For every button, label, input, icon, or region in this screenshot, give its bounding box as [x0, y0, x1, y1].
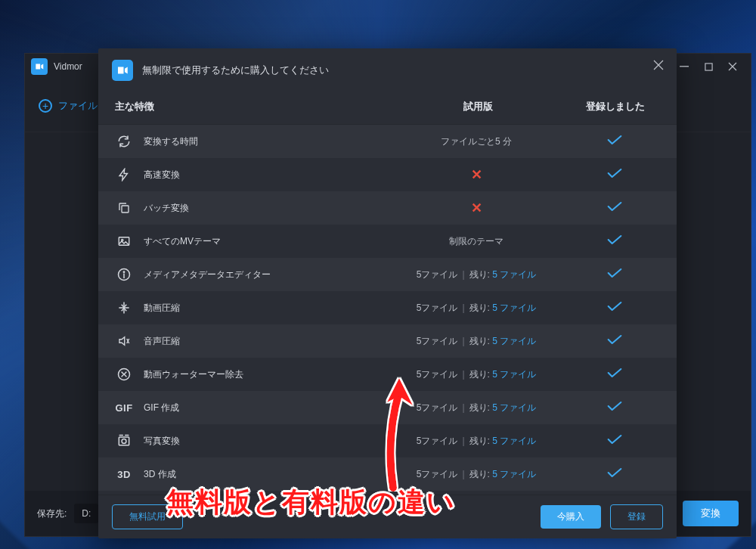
- feature-row: 動画ウォーターマー除去5ファイル|残り: 5 ファイル: [98, 358, 677, 391]
- feature-row: 音声圧縮5ファイル|残り: 5 ファイル: [98, 324, 677, 358]
- feature-label: 高速変換: [144, 169, 401, 181]
- purchase-now-button[interactable]: 今購入: [541, 505, 601, 529]
- convert-button[interactable]: 変換: [683, 501, 739, 526]
- svg-rect-1: [705, 63, 711, 70]
- refresh-icon: [115, 132, 133, 150]
- feature-row: 3D3D 作成5ファイル|残り: 5 ファイル: [98, 458, 677, 491]
- dialog-title: 無制限で使用するために購入してください: [142, 64, 329, 77]
- gif-icon: GIF: [115, 399, 133, 417]
- check-icon: [607, 467, 622, 481]
- nowm-icon: [115, 365, 133, 383]
- svg-point-9: [122, 439, 126, 444]
- feature-row: 高速変換✕: [98, 158, 677, 191]
- copy-icon: [115, 199, 133, 217]
- feature-label: 写真変換: [144, 435, 401, 448]
- trial-value: ✕: [401, 166, 552, 183]
- save-path-field[interactable]: D:: [74, 504, 98, 523]
- trial-value: 5ファイル|残り: 5 ファイル: [401, 268, 552, 281]
- registered-value: [552, 135, 677, 148]
- dialog-logo-icon: [112, 60, 133, 81]
- compress-a-icon: [115, 332, 133, 350]
- feature-label: 動画ウォーターマー除去: [144, 368, 401, 381]
- feature-label: すべてのMVテーマ: [144, 235, 401, 248]
- trial-value: ✕: [401, 200, 552, 216]
- registered-value: [552, 234, 677, 248]
- registered-value: [552, 268, 677, 281]
- feature-label: 3D 作成: [144, 468, 401, 481]
- window-close-icon[interactable]: [720, 56, 745, 77]
- feature-label: 変換する時間: [144, 135, 401, 148]
- photo-icon: [115, 432, 133, 450]
- feature-row: すべてのMVテーマ制限のテーマ: [98, 225, 677, 258]
- trial-value: 5ファイル|残り: 5 ファイル: [401, 335, 552, 348]
- svg-rect-0: [680, 66, 689, 67]
- feature-label: GIF 作成: [144, 402, 401, 414]
- column-registered: 登録しました: [553, 100, 677, 113]
- registered-value: [552, 301, 677, 315]
- svg-point-6: [123, 271, 124, 272]
- x-icon: ✕: [471, 200, 482, 216]
- free-trial-button[interactable]: 無料試用: [112, 504, 183, 529]
- feature-label: バッチ変換: [144, 202, 401, 215]
- trial-value: 5ファイル|残り: 5 ファイル: [401, 368, 552, 381]
- app-logo-icon: [31, 58, 48, 75]
- register-button[interactable]: 登録: [610, 504, 663, 529]
- column-feature: 主な特徴: [115, 100, 402, 113]
- trial-value: 5ファイル|残り: 5 ファイル: [401, 468, 552, 481]
- feature-row: 写真変換5ファイル|残り: 5 ファイル: [98, 424, 677, 458]
- registered-value: [552, 201, 677, 215]
- registered-value: [552, 334, 677, 348]
- feature-row: バッチ変換✕: [98, 191, 677, 225]
- check-icon: [607, 268, 622, 281]
- save-to-label: 保存先:: [37, 507, 67, 520]
- dialog-footer: 無料試用 今購入 登録: [98, 495, 677, 538]
- feature-row: 動画圧縮5ファイル|残り: 5 ファイル: [98, 291, 677, 324]
- feature-row: GIFGIF 作成5ファイル|残り: 5 ファイル: [98, 391, 677, 424]
- feature-table-header: 主な特徴 試用版 登録しました: [98, 92, 677, 125]
- bolt-icon: [115, 166, 133, 184]
- trial-value: 5ファイル|残り: 5 ファイル: [401, 402, 552, 414]
- registered-value: [552, 368, 677, 381]
- x-icon: ✕: [471, 167, 482, 182]
- feature-label: 動画圧縮: [144, 302, 401, 315]
- check-icon: [607, 368, 622, 381]
- plus-circle-icon: +: [39, 99, 52, 113]
- info-icon: [115, 265, 133, 284]
- feature-row: メディアメタデータエディター5ファイル|残り: 5 ファイル: [98, 258, 677, 291]
- registered-value: [552, 434, 677, 448]
- registered-value: [552, 401, 677, 414]
- dialog-header: 無制限で使用するために購入してください: [98, 48, 677, 92]
- trial-value: 5ファイル|残り: 5 ファイル: [401, 435, 552, 448]
- svg-rect-2: [122, 206, 129, 212]
- feature-row: 変換する時間ファイルごと5 分: [98, 125, 677, 158]
- feature-label: メディアメタデータエディター: [144, 268, 401, 281]
- check-icon: [607, 301, 622, 315]
- compress-v-icon: [115, 299, 133, 317]
- check-icon: [607, 334, 622, 348]
- registered-value: [552, 168, 677, 181]
- column-trial: 試用版: [402, 100, 553, 113]
- registered-value: [552, 467, 677, 481]
- check-icon: [607, 135, 622, 148]
- check-icon: [607, 401, 622, 414]
- check-icon: [607, 201, 622, 215]
- svg-rect-8: [119, 437, 129, 445]
- image-icon: [115, 232, 133, 250]
- feature-list[interactable]: 変換する時間ファイルごと5 分高速変換✕バッチ変換✕すべてのMVテーマ制限のテー…: [98, 125, 677, 495]
- purchase-dialog: 無制限で使用するために購入してください 主な特徴 試用版 登録しました 変換する…: [98, 48, 677, 538]
- add-file-button[interactable]: + ファイルを: [39, 99, 107, 113]
- 3d-icon: 3D: [115, 465, 133, 483]
- trial-value: 制限のテーマ: [401, 235, 552, 248]
- trial-value: ファイルごと5 分: [401, 135, 552, 148]
- feature-label: 音声圧縮: [144, 335, 401, 348]
- check-icon: [607, 434, 622, 448]
- dialog-close-button[interactable]: [648, 54, 669, 76]
- window-maximize-icon[interactable]: [696, 56, 720, 77]
- check-icon: [607, 168, 622, 181]
- trial-value: 5ファイル|残り: 5 ファイル: [401, 302, 552, 315]
- check-icon: [607, 234, 622, 248]
